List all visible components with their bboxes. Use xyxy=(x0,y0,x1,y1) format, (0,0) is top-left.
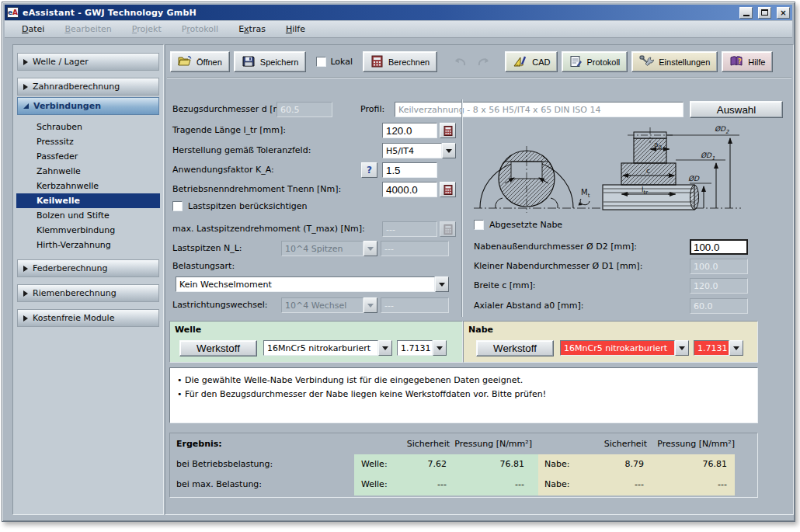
dropdown-arrow-button[interactable] xyxy=(378,340,392,356)
sidebar-item-passfeder[interactable]: Passfeder xyxy=(16,149,160,164)
dropdown-arrow-button[interactable] xyxy=(435,276,449,292)
abgesetzte-nabe-label: Abgesetzte Nabe xyxy=(489,220,562,230)
welle-material-combo[interactable]: 16MnCr5 nitrokarburiert xyxy=(263,340,392,356)
open-button[interactable]: Öffnen xyxy=(170,51,230,72)
sidebar-group-label: Welle / Lager xyxy=(33,54,89,70)
dropdown-arrow-button[interactable] xyxy=(442,143,456,158)
chevron-right-icon xyxy=(23,59,28,65)
menu-datei[interactable]: Datei xyxy=(22,24,44,34)
tragende-calc-button[interactable] xyxy=(440,123,456,138)
tragende-laenge-field[interactable] xyxy=(382,123,437,138)
nabe-number-combo[interactable]: 1.7131 xyxy=(694,340,743,356)
lastspitzen-nl-unit: 10^4 Spitzen xyxy=(281,241,363,256)
anwendungsfaktor-label: Anwendungsfaktor K_A: xyxy=(172,162,274,178)
question-icon: ? xyxy=(367,165,372,176)
svg-text:?: ? xyxy=(738,58,742,65)
sidebar-item-hirth-verzahnung[interactable]: Hirth-Verzahnung xyxy=(16,238,160,252)
nabe-material-value: 16MnCr5 nitrokarburiert xyxy=(560,340,675,356)
tmax-label: max. Lastspitzendrehmoment (T_max) [Nm]: xyxy=(172,221,365,237)
tmax-calc-button xyxy=(440,221,456,237)
einstellungen-button[interactable]: Einstellungen xyxy=(631,51,718,72)
abgesetzte-nabe-checkbox[interactable] xyxy=(474,220,484,230)
save-button[interactable]: Speichern xyxy=(234,51,307,72)
lastspitzen-nl-field: --- xyxy=(381,241,449,256)
lastspitzen-checkbox-row: Lastspitzen berücksichtigen xyxy=(172,201,308,211)
abgesetzte-nabe-checkbox-row: Abgesetzte Nabe xyxy=(474,220,562,230)
save-button-label: Speichern xyxy=(260,57,299,67)
welle-werkstoff-label: Werkstoff xyxy=(197,342,240,354)
nabe-material-combo[interactable]: 16MnCr5 nitrokarburiert xyxy=(560,340,689,356)
nabe-werkstoff-label: Werkstoff xyxy=(493,342,537,354)
menu-extras[interactable]: Extras xyxy=(238,24,266,34)
lastrichtungswechsel-combo: 10^4 Wechsel xyxy=(281,297,377,313)
sidebar-item-presssitz[interactable]: Presssitz xyxy=(16,134,160,149)
cad-button-label: CAD xyxy=(532,57,550,67)
open-button-label: Öffnen xyxy=(197,57,222,67)
cad-button[interactable]: CAD xyxy=(505,51,558,72)
welle-title: Welle xyxy=(175,325,201,335)
tnenn-calc-button[interactable] xyxy=(440,182,456,197)
dropdown-arrow-button[interactable] xyxy=(675,340,689,356)
berechnen-button[interactable]: Berechnen xyxy=(363,51,437,72)
close-button[interactable]: × xyxy=(777,7,790,19)
sidebar-group-label: Federberechnung xyxy=(33,260,107,276)
lokal-checkbox[interactable] xyxy=(316,57,326,67)
nabe-pressung-value: --- xyxy=(636,477,727,492)
dropdown-arrow-button[interactable] xyxy=(729,340,743,356)
belastungsart-combo[interactable]: Kein Wechselmoment xyxy=(176,276,449,292)
toolbar: Öffnen Speichern Lokal Berechnen CAD Pro… xyxy=(170,50,788,73)
sidebar-item-riemenberechnung[interactable]: Riemenberechnung xyxy=(17,284,159,302)
lokal-checkbox-row: Lokal xyxy=(316,57,353,67)
dropdown-arrow-button[interactable] xyxy=(433,340,447,356)
lastspitzen-checkbox[interactable] xyxy=(172,201,183,211)
welle-werkstoff-button[interactable]: Werkstoff xyxy=(179,340,257,356)
welle-number-combo[interactable]: 1.7131 xyxy=(397,340,447,356)
menu-projekt: Projekt xyxy=(132,24,162,34)
lastspitzen-nl-label: Lastspitzen N_L: xyxy=(172,241,242,256)
dropdown-arrow-button xyxy=(363,297,377,313)
message-box: • Die gewählte Welle-Nabe Verbindung ist… xyxy=(169,367,758,423)
message-line: • Für den Bezugsdurchmesser der Nabe lie… xyxy=(177,388,750,402)
window-title: eAssistant - GWJ Technology GmbH xyxy=(23,8,734,18)
nabe-werkstoff-button[interactable]: Werkstoff xyxy=(476,340,554,356)
sidebar-item-bolzen-stifte[interactable]: Bolzen und Stifte xyxy=(16,208,160,223)
sidebar-item-klemmverbindung[interactable]: Klemmverbindung xyxy=(16,223,160,238)
d2-field[interactable] xyxy=(690,239,748,255)
menu-hilfe[interactable]: Hilfe xyxy=(286,24,305,34)
sidebar-item-federberechnung[interactable]: Federberechnung xyxy=(17,259,159,277)
tnenn-field[interactable] xyxy=(382,182,437,197)
maximize-button[interactable] xyxy=(758,7,771,19)
chevron-down-icon xyxy=(23,103,29,109)
hilfe-button[interactable]: ? Hilfe xyxy=(722,51,773,72)
axialer-abstand-field: 60.0 xyxy=(690,298,748,314)
nabe-title: Nabe xyxy=(468,325,493,335)
col-header-pressung: Pressung [N/mm²] xyxy=(636,436,735,452)
sidebar-item-zahnwelle[interactable]: Zahnwelle xyxy=(16,164,160,179)
sidebar-item-welle-lager[interactable]: Welle / Lager xyxy=(17,53,159,71)
sidebar-item-kostenfreie-module[interactable]: Kostenfreie Module xyxy=(17,309,159,327)
toleranzfeld-value: H5/IT4 xyxy=(382,143,442,158)
anwendungsfaktor-help-button[interactable]: ? xyxy=(361,162,377,178)
cad-ruler-icon xyxy=(513,55,527,69)
svg-text:ØD: ØD xyxy=(688,175,700,183)
menu-bar: Datei Bearbeiten Projekt Protokoll Extra… xyxy=(5,21,792,38)
protokoll-button[interactable]: Protokoll xyxy=(562,51,628,72)
minimize-button[interactable] xyxy=(739,7,753,19)
sidebar-item-keilwelle[interactable]: Keilwelle xyxy=(16,193,160,208)
chevron-down-icon xyxy=(367,247,374,251)
breite-field: 120.0 xyxy=(690,278,748,294)
anwendungsfaktor-field[interactable] xyxy=(382,162,437,178)
auswahl-button[interactable]: Auswahl xyxy=(690,101,783,118)
calculator-icon xyxy=(443,224,453,235)
sidebar-item-zahnradberechnung[interactable]: Zahnradberechnung xyxy=(17,78,159,96)
toleranzfeld-combo[interactable]: H5/IT4 xyxy=(382,143,456,158)
title-bar: eA eAssistant - GWJ Technology GmbH × xyxy=(5,5,792,20)
profil-field: Keilverzahnung - 8 x 56 H5/IT4 x 65 DIN … xyxy=(395,102,683,117)
sidebar-item-schrauben[interactable]: Schrauben xyxy=(16,120,160,134)
nabe-panel: Nabe Werkstoff 16MnCr5 nitrokarburiert 1… xyxy=(463,321,758,363)
nabe-sicherheit-value: --- xyxy=(585,477,644,492)
welle-row-label: Welle: xyxy=(361,477,388,492)
settings-tools-icon xyxy=(639,55,654,69)
sidebar-item-verbindungen[interactable]: Verbindungen xyxy=(17,97,159,115)
sidebar-item-kerbzahnwelle[interactable]: Kerbzahnwelle xyxy=(16,179,160,193)
